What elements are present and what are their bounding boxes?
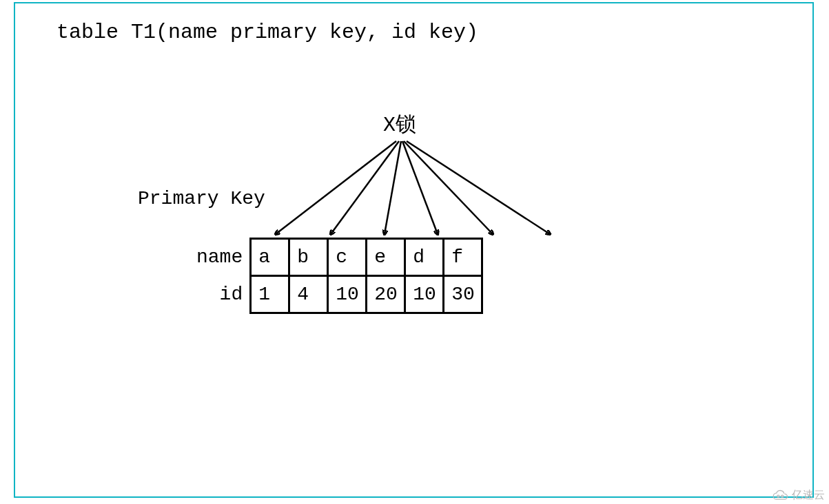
svg-point-1: [781, 495, 784, 497]
primary-key-table: name a b c e d f id 1 4 10 20 10 30: [190, 238, 483, 314]
watermark: 亿速云: [771, 488, 825, 503]
cell-name-0: a: [251, 239, 289, 276]
watermark-text: 亿速云: [792, 488, 825, 503]
svg-point-0: [777, 495, 779, 497]
primary-key-label: Primary Key: [138, 188, 265, 209]
table-row-id: id 1 4 10 20 10 30: [190, 276, 482, 313]
cell-id-2: 10: [328, 276, 367, 313]
cloud-icon: [771, 490, 789, 502]
cell-name-5: f: [444, 239, 482, 276]
diagram-title: table T1(name primary key, id key): [57, 21, 478, 44]
cell-name-1: b: [289, 239, 328, 276]
cell-id-1: 4: [289, 276, 328, 313]
cell-name-2: c: [328, 239, 367, 276]
cell-id-3: 20: [367, 276, 405, 313]
cell-id-0: 1: [251, 276, 289, 313]
primary-key-table-wrap: name a b c e d f id 1 4 10 20 10 30: [190, 238, 483, 314]
cell-id-5: 30: [444, 276, 482, 313]
table-row-name: name a b c e d f: [190, 239, 482, 276]
cell-id-4: 10: [405, 276, 444, 313]
cell-name-4: d: [405, 239, 444, 276]
row-label-name: name: [190, 239, 251, 276]
x-lock-label: X锁: [383, 110, 416, 138]
row-label-id: id: [190, 276, 251, 313]
cell-name-3: e: [367, 239, 405, 276]
